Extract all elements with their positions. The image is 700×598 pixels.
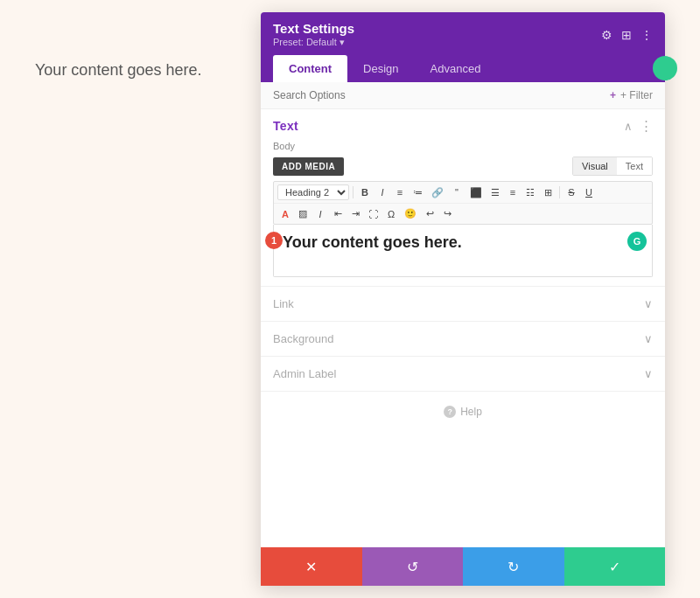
editor-content-area[interactable]: 1 Your content goes here. G — [273, 225, 653, 277]
bold-button[interactable]: B — [357, 185, 373, 199]
search-bar: + + Filter — [261, 82, 665, 109]
accordion-background[interactable]: Background ∨ — [261, 322, 665, 357]
align-left-button[interactable]: ⬛ — [466, 185, 486, 200]
help-icon: ? — [444, 406, 456, 418]
header-icons: ⚙ ⊞ ⋮ — [601, 28, 653, 42]
accordion-admin-label[interactable]: Admin Label ∨ — [261, 357, 665, 392]
panel-footer: ✕ ↺ ↻ ✓ — [261, 547, 665, 586]
help-row[interactable]: ? Help — [261, 392, 665, 432]
panel-title-area: Text Settings Preset: Default ▾ — [273, 21, 354, 48]
text-section: Text ∧ ⋮ Body ADD MEDIA Visual Text Head — [261, 109, 665, 287]
align-center-button[interactable]: ☰ — [487, 185, 503, 200]
step-badge: 1 — [265, 232, 283, 249]
accordion-background-label: Background — [273, 332, 333, 345]
add-media-row: ADD MEDIA Visual Text — [273, 156, 653, 176]
tab-design[interactable]: Design — [347, 55, 414, 82]
highlight-button[interactable]: ▨ — [295, 206, 311, 221]
section-more-icon[interactable]: ⋮ — [640, 118, 653, 134]
text-toggle-btn[interactable]: Text — [617, 157, 652, 175]
filter-button[interactable]: + + Filter — [610, 89, 653, 101]
collapse-icon[interactable]: ∧ — [624, 120, 633, 133]
accordion-link-label: Link — [273, 297, 294, 310]
font-color-button[interactable]: A — [277, 207, 293, 221]
redo-icon: ↻ — [508, 559, 519, 575]
tab-content[interactable]: Content — [273, 55, 347, 82]
editor-content-text: Your content goes here. — [283, 233, 462, 251]
panel-title: Text Settings — [273, 21, 354, 36]
underline-button[interactable]: U — [581, 185, 597, 199]
accordion-admin-label-label: Admin Label — [273, 367, 336, 380]
section-title: Text — [273, 119, 298, 133]
link-button[interactable]: 🔗 — [428, 185, 447, 200]
columns-icon[interactable]: ⊞ — [621, 28, 632, 42]
cancel-button[interactable]: ✕ — [261, 547, 362, 586]
accordion-admin-label-chevron: ∨ — [644, 367, 653, 380]
text-settings-panel: Text Settings Preset: Default ▾ ⚙ ⊞ ⋮ Co… — [261, 12, 665, 586]
save-icon: ✓ — [609, 559, 620, 575]
section-controls: ∧ ⋮ — [624, 118, 653, 134]
table-button[interactable]: ⊞ — [540, 185, 556, 200]
search-input[interactable] — [273, 89, 610, 101]
undo-button[interactable]: ↺ — [362, 547, 464, 586]
italic-button[interactable]: I — [374, 185, 390, 199]
accordion-link-chevron: ∨ — [644, 297, 653, 310]
fullscreen-button[interactable]: ⛶ — [365, 207, 382, 221]
toolbar-row-1: Heading 2 Heading 1 Heading 3 Paragraph … — [274, 182, 652, 204]
grammarly-icon: G — [627, 232, 647, 251]
more-icon[interactable]: ⋮ — [640, 28, 653, 42]
tab-advanced[interactable]: Advanced — [415, 55, 497, 82]
heading-select[interactable]: Heading 2 Heading 1 Heading 3 Paragraph — [277, 184, 349, 200]
italic2-button[interactable]: I — [312, 207, 328, 221]
page-background-text: Your content goes here. — [35, 61, 201, 80]
add-media-button[interactable]: ADD MEDIA — [273, 157, 344, 176]
panel-edge-circle — [653, 56, 677, 80]
strikethrough-button[interactable]: S — [564, 185, 579, 199]
blockquote-button[interactable]: " — [449, 185, 465, 199]
align-justify-button[interactable]: ☷ — [522, 185, 538, 200]
redo-editor-button[interactable]: ↪ — [439, 206, 455, 221]
align-right-button[interactable]: ≡ — [505, 185, 521, 199]
help-label: Help — [460, 406, 482, 418]
cancel-icon: ✕ — [305, 559, 317, 575]
panel-tabs: Content Design Advanced — [273, 55, 653, 82]
emoji-button[interactable]: 🙂 — [401, 206, 420, 221]
redo-button[interactable]: ↻ — [463, 547, 564, 586]
undo-editor-button[interactable]: ↩ — [422, 206, 438, 221]
panel-preset[interactable]: Preset: Default ▾ — [273, 37, 354, 48]
accordion-link[interactable]: Link ∨ — [261, 287, 665, 322]
accordion-background-chevron: ∨ — [644, 332, 653, 345]
editor-toolbar: Heading 2 Heading 1 Heading 3 Paragraph … — [273, 181, 653, 225]
panel-body: Text ∧ ⋮ Body ADD MEDIA Visual Text Head — [261, 109, 665, 547]
panel-header: Text Settings Preset: Default ▾ ⚙ ⊞ ⋮ Co… — [261, 12, 665, 82]
ordered-list-button[interactable]: ≔ — [410, 185, 426, 200]
unordered-list-button[interactable]: ≡ — [392, 185, 408, 199]
indent-button[interactable]: ⇥ — [347, 206, 363, 221]
special-char-button[interactable]: Ω — [383, 207, 399, 221]
settings-icon[interactable]: ⚙ — [601, 28, 612, 42]
visual-toggle-btn[interactable]: Visual — [573, 157, 617, 175]
toolbar-row-2: A ▨ I ⇤ ⇥ ⛶ Ω 🙂 ↩ ↪ — [274, 204, 652, 224]
save-button[interactable]: ✓ — [564, 547, 666, 586]
visual-text-toggle: Visual Text — [572, 156, 653, 176]
undo-icon: ↺ — [407, 559, 418, 575]
outdent-button[interactable]: ⇤ — [330, 206, 346, 221]
body-label: Body — [273, 141, 653, 151]
